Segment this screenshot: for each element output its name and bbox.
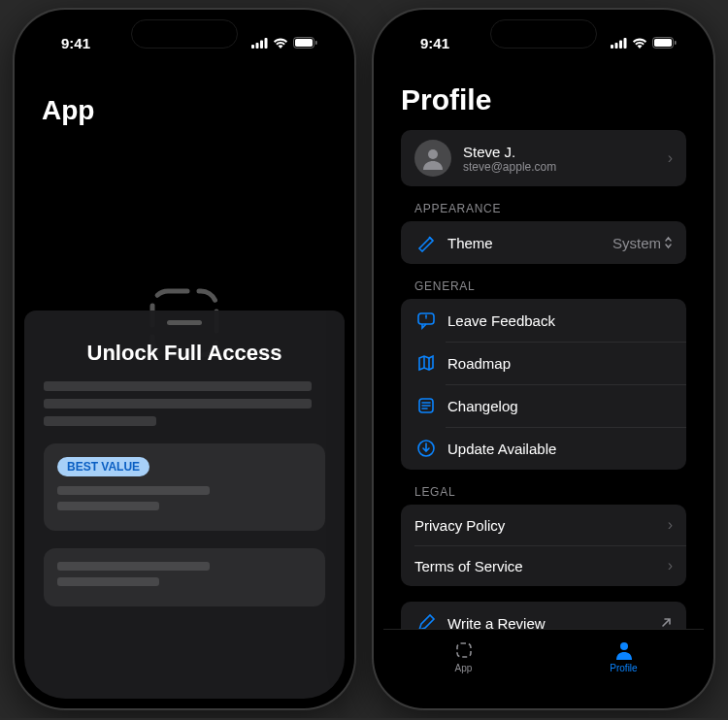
row-label: Leave Feedback [447, 312, 673, 329]
svg-rect-5 [295, 39, 313, 47]
content-right[interactable]: Profile Steve J. steve@apple.com › APPEA… [383, 66, 704, 629]
speech-bubble-icon [414, 309, 438, 332]
pencil-icon [414, 611, 438, 629]
svg-rect-1 [256, 43, 259, 49]
changelog-row[interactable]: Changelog [401, 384, 686, 427]
status-icons [251, 37, 317, 49]
section-header-appearance: APPEARANCE [414, 202, 686, 215]
account-group: Steve J. steve@apple.com › [401, 130, 686, 186]
placeholder-line [57, 562, 210, 571]
svg-rect-6 [315, 41, 317, 45]
row-label: Changelog [447, 398, 673, 414]
dynamic-island [490, 19, 597, 49]
app-title: App [42, 95, 327, 126]
cellular-icon [611, 38, 627, 49]
svg-rect-11 [624, 38, 627, 49]
arrow-out-icon [660, 615, 673, 630]
placeholder-line [44, 416, 156, 426]
phone-frame-right: 9:41 Profile Steve J. steve@apple.com [374, 10, 713, 708]
general-group: Leave Feedback Roadmap Changelog Update … [401, 299, 686, 470]
paintbrush-icon [414, 231, 438, 254]
page-title: Profile [401, 83, 686, 116]
sheet-grabber[interactable] [167, 320, 202, 325]
paywall-sheet: Unlock Full Access BEST VALUE [24, 311, 345, 699]
svg-rect-13 [654, 39, 672, 47]
cellular-icon [251, 38, 268, 49]
list-icon [414, 394, 438, 417]
battery-icon [293, 37, 317, 49]
svg-rect-9 [615, 43, 618, 49]
svg-rect-0 [251, 45, 254, 49]
placeholder-line [57, 502, 159, 510]
svg-rect-2 [260, 40, 263, 49]
svg-rect-8 [611, 45, 613, 49]
status-time: 9:41 [420, 35, 449, 51]
roadmap-row[interactable]: Roadmap [401, 342, 686, 384]
user-name: Steve J. [463, 144, 668, 160]
row-label: Privacy Policy [414, 517, 668, 534]
chevron-right-icon: › [668, 516, 673, 534]
update-row[interactable]: Update Available [401, 427, 686, 470]
tab-label: App [455, 663, 473, 673]
status-icons [611, 37, 677, 49]
feedback-row[interactable]: Leave Feedback [401, 299, 686, 342]
screen-right: 9:41 Profile Steve J. steve@apple.com [383, 19, 704, 699]
chevron-up-down-icon [664, 236, 673, 249]
best-value-badge: BEST VALUE [57, 457, 149, 476]
section-header-legal: LEGAL [414, 485, 686, 499]
plan-card-best[interactable]: BEST VALUE [44, 443, 325, 531]
svg-point-20 [620, 642, 628, 650]
row-label: Update Available [447, 441, 673, 457]
review-row[interactable]: Write a Review [401, 602, 686, 629]
actions-group: Write a Review Share This App [401, 602, 686, 629]
placeholder-line [44, 381, 312, 391]
download-icon [414, 437, 438, 460]
privacy-row[interactable]: Privacy Policy › [401, 505, 686, 545]
user-info: Steve J. steve@apple.com [463, 144, 668, 174]
plan-card-secondary[interactable] [44, 548, 325, 606]
row-label: Write a Review [447, 615, 660, 630]
content-left: App Unlock Full Access BEST VALUE [24, 66, 345, 699]
svg-point-15 [428, 149, 438, 159]
chevron-right-icon: › [668, 149, 673, 167]
section-header-general: GENERAL [414, 279, 686, 293]
theme-label: Theme [447, 235, 612, 251]
chevron-right-icon: › [668, 557, 673, 574]
tab-label: Profile [610, 663, 637, 673]
appearance-group: Theme System [401, 221, 686, 264]
battery-icon [652, 37, 677, 49]
wifi-icon [273, 38, 288, 49]
status-time: 9:41 [61, 35, 90, 51]
theme-row[interactable]: Theme System [401, 221, 686, 264]
row-label: Terms of Service [414, 558, 668, 574]
profile-tab-icon [613, 639, 635, 661]
wifi-icon [632, 38, 647, 49]
svg-rect-3 [265, 38, 268, 49]
theme-value: System [612, 235, 673, 251]
app-tab-icon [453, 639, 475, 661]
account-row[interactable]: Steve J. steve@apple.com › [401, 130, 686, 186]
row-label: Roadmap [447, 355, 673, 372]
terms-row[interactable]: Terms of Service › [401, 545, 686, 586]
placeholder-line [44, 399, 312, 409]
dynamic-island [131, 19, 238, 49]
screen-left: 9:41 App Unlock [24, 19, 345, 699]
sheet-title: Unlock Full Access [44, 341, 325, 366]
svg-rect-19 [457, 643, 471, 657]
map-icon [414, 351, 438, 375]
placeholder-line [57, 486, 210, 495]
svg-rect-14 [675, 41, 677, 45]
tab-profile[interactable]: Profile [544, 630, 704, 683]
legal-group: Privacy Policy › Terms of Service › [401, 505, 686, 586]
user-email: steve@apple.com [463, 160, 668, 174]
svg-rect-10 [619, 40, 622, 49]
tab-app[interactable]: App [383, 630, 544, 683]
tab-bar: App Profile [383, 629, 704, 699]
placeholder-line [57, 577, 159, 586]
avatar-icon [414, 140, 451, 177]
phone-frame-left: 9:41 App Unlock [15, 10, 354, 708]
